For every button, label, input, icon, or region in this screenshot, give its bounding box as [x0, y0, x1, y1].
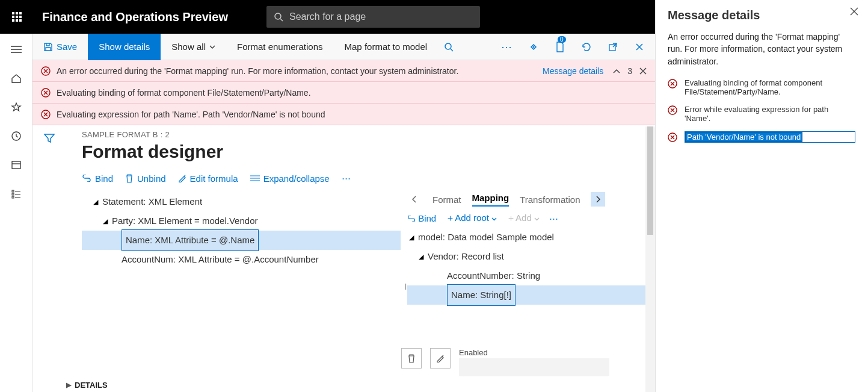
- tree-node-account-number[interactable]: AccountNumber: String: [407, 266, 655, 285]
- bind-button-right[interactable]: Bind: [407, 213, 436, 223]
- star-icon: [11, 102, 22, 113]
- svg-line-1: [280, 19, 283, 21]
- error-row-1[interactable]: Evaluating binding of format component F…: [668, 78, 856, 96]
- options-button[interactable]: [525, 39, 542, 55]
- property-label: Enabled: [459, 348, 609, 357]
- search-box[interactable]: Search for a page: [266, 6, 480, 28]
- expand-label: Expand/collapse: [263, 173, 330, 184]
- node-label: AccountNumber: String: [447, 266, 540, 285]
- error-row-3[interactable]: Path 'Vendor/Name' is not bound: [668, 131, 856, 143]
- add-root-button[interactable]: ＋Add root: [446, 213, 497, 224]
- node-label: AccountNum: XML Attribute = @.AccountNum…: [122, 250, 319, 269]
- node-label: Name: XML Attribute = @.Name: [122, 229, 259, 251]
- map-format-button[interactable]: Map format to model: [334, 34, 439, 60]
- find-button[interactable]: [438, 34, 460, 60]
- message-details-panel: Message details An error occurred during…: [655, 0, 868, 392]
- error-icon: [668, 79, 677, 89]
- edit-property-button[interactable]: [430, 348, 451, 369]
- recent-button[interactable]: [8, 128, 25, 145]
- more-button[interactable]: ⋯: [549, 213, 559, 224]
- tree-node-name[interactable]: Name: XML Attribute = @.Name: [82, 231, 401, 250]
- bind-label: Bind: [418, 213, 436, 223]
- modules-button[interactable]: [8, 185, 25, 202]
- error-text-2: Evaluating binding of format component F…: [57, 88, 311, 98]
- overflow-button[interactable]: ⋯: [499, 39, 516, 55]
- tree-node-statement[interactable]: ◢Statement: XML Element: [82, 192, 401, 211]
- property-input[interactable]: [459, 358, 609, 376]
- scrollbar-thumb[interactable]: [647, 126, 653, 235]
- unbind-button[interactable]: Unbind: [125, 173, 166, 184]
- error-text-1: An error occurred during the 'Format map…: [57, 66, 458, 76]
- tree-node-model[interactable]: ◢model: Data model Sample model: [407, 228, 655, 247]
- error-icon: [41, 66, 51, 76]
- format-enumerations-button[interactable]: Format enumerations: [226, 34, 334, 60]
- popout-icon: [608, 42, 618, 52]
- nav-expand-button[interactable]: [8, 41, 25, 58]
- error-text-3: Evaluating expression for path 'Name'. P…: [57, 110, 325, 119]
- error-icon: [668, 132, 677, 142]
- tab-format[interactable]: Format: [432, 194, 461, 205]
- details-label: DETAILS: [75, 381, 108, 390]
- delete-property-button[interactable]: [401, 348, 422, 369]
- tree-node-vendor[interactable]: ◢Vendor: Record list: [407, 247, 655, 266]
- panel-close-button[interactable]: [850, 7, 858, 16]
- show-all-button[interactable]: Show all: [161, 34, 226, 60]
- edit-formula-button[interactable]: Edit formula: [178, 173, 238, 184]
- list-icon: [250, 175, 260, 182]
- mapping-panel: Format Mapping Transformations Bind ＋Add…: [401, 192, 655, 392]
- tabs-next[interactable]: [591, 192, 605, 207]
- tree-node-party[interactable]: ◢Party: XML Element = model.Vendor: [82, 211, 401, 231]
- ellipsis-icon: ⋯: [549, 213, 559, 223]
- workspaces-button[interactable]: [8, 157, 25, 173]
- add-root-label: Add root: [455, 213, 489, 223]
- error-banners: An error occurred during the 'Format map…: [32, 60, 655, 125]
- error-row-text: Path 'Vendor/Name' is not bound: [685, 132, 802, 142]
- ellipsis-icon: ⋯: [501, 40, 513, 54]
- filter-button[interactable]: [44, 134, 55, 392]
- plus-icon: ＋: [446, 213, 455, 223]
- tab-transformations[interactable]: Transformations: [520, 194, 580, 205]
- save-button[interactable]: Save: [32, 34, 88, 60]
- panel-description: An error occurred during the 'Format map…: [668, 31, 856, 67]
- close-icon[interactable]: [639, 67, 647, 75]
- attachments-button[interactable]: 0: [552, 39, 568, 55]
- content-scrollbar[interactable]: [645, 126, 655, 392]
- tree-node-vendor-name[interactable]: Name: String[!]: [407, 285, 655, 305]
- tab-mapping[interactable]: Mapping: [472, 193, 509, 207]
- tree-node-accountnum[interactable]: AccountNum: XML Attribute = @.AccountNum…: [82, 250, 401, 269]
- more-button[interactable]: ⋯: [342, 173, 352, 184]
- command-bar: Save Show details Show all Format enumer…: [32, 34, 655, 60]
- close-icon: [850, 7, 858, 16]
- link-icon: [82, 175, 91, 182]
- chevron-down-icon: [534, 217, 540, 221]
- refresh-icon: [581, 42, 592, 52]
- left-rail: [0, 34, 32, 392]
- workspace-icon: [11, 160, 22, 170]
- search-icon: [274, 12, 283, 22]
- show-details-button[interactable]: Show details: [88, 34, 161, 60]
- message-details-link[interactable]: Message details: [543, 66, 603, 76]
- details-expander[interactable]: ▶ DETAILS: [66, 381, 108, 390]
- popout-button[interactable]: [605, 39, 621, 55]
- filter-icon: [44, 134, 55, 143]
- refresh-button[interactable]: [578, 39, 595, 55]
- chevron-left-icon: [412, 196, 417, 203]
- tabs-prev[interactable]: [407, 192, 422, 207]
- chevron-up-icon[interactable]: [613, 69, 620, 73]
- chevron-right-icon: [596, 196, 600, 203]
- favorites-button[interactable]: [8, 99, 25, 116]
- node-label: Party: XML Element = model.Vendor: [112, 211, 257, 231]
- save-label: Save: [57, 42, 77, 52]
- breadcrumb: SAMPLE FORMAT B : 2: [82, 130, 655, 139]
- svg-line-17: [451, 49, 453, 51]
- waffle-button[interactable]: [0, 12, 34, 22]
- search-placeholder: Search for a page: [289, 11, 366, 22]
- home-button[interactable]: [8, 70, 25, 87]
- error-icon: [41, 88, 51, 98]
- edit-formula-label: Edit formula: [190, 173, 238, 184]
- error-row-2[interactable]: Error while evaluating expression for pa…: [668, 105, 856, 123]
- error-row-text: Error while evaluating expression for pa…: [685, 105, 856, 123]
- expand-collapse-button[interactable]: Expand/collapse: [250, 173, 330, 184]
- close-button[interactable]: [631, 39, 648, 55]
- bind-button[interactable]: Bind: [82, 173, 113, 184]
